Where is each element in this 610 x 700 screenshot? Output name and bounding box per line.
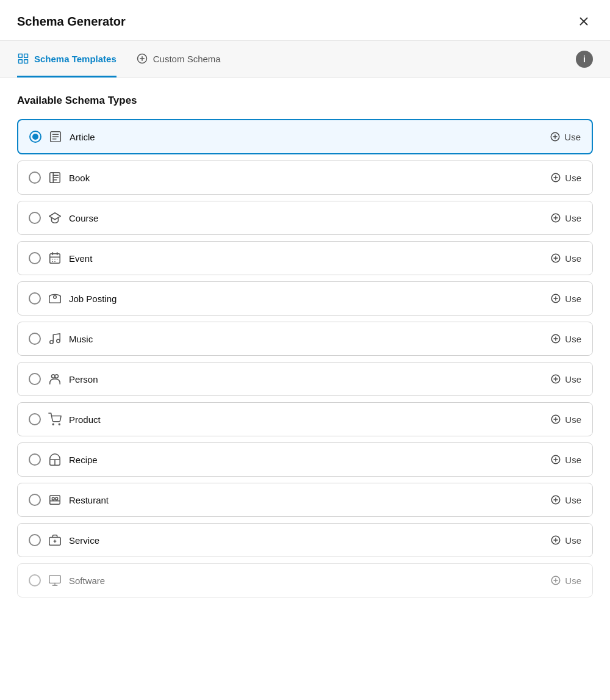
- svg-point-43: [57, 339, 60, 343]
- tab-schema-templates-label: Schema Templates: [34, 54, 117, 64]
- schema-item-job-posting[interactable]: Job Posting Use: [17, 281, 593, 316]
- course-use-button[interactable]: Use: [550, 212, 581, 223]
- schema-templates-icon: [17, 52, 29, 65]
- radio-service: [29, 534, 41, 546]
- svg-point-52: [52, 424, 54, 425]
- service-icon: [48, 533, 62, 547]
- software-icon: [48, 574, 62, 587]
- close-button[interactable]: [575, 12, 593, 31]
- svg-rect-61: [50, 496, 60, 505]
- radio-software: [29, 574, 41, 586]
- software-label: Software: [69, 576, 105, 586]
- book-label: Book: [69, 173, 90, 183]
- tab-custom-schema[interactable]: Custom Schema: [136, 41, 221, 78]
- resturant-icon: [48, 493, 62, 507]
- schema-item-music[interactable]: Music Use: [17, 322, 593, 356]
- svg-rect-63: [56, 497, 58, 500]
- article-label: Article: [70, 132, 95, 142]
- radio-person: [29, 373, 41, 385]
- svg-rect-3: [24, 54, 28, 58]
- person-icon: [48, 372, 62, 386]
- tab-custom-schema-label: Custom Schema: [153, 54, 221, 64]
- custom-schema-icon: [136, 52, 148, 65]
- svg-rect-2: [19, 54, 23, 58]
- modal-header: Schema Generator: [0, 0, 610, 41]
- resturant-label: Resturant: [69, 495, 109, 505]
- product-label: Product: [69, 414, 101, 425]
- book-use-button[interactable]: Use: [550, 172, 581, 183]
- person-use-button[interactable]: Use: [550, 373, 581, 384]
- schema-item-resturant[interactable]: Resturant Use: [17, 483, 593, 517]
- schema-item-product[interactable]: Product Use: [17, 402, 593, 436]
- job-posting-icon: [48, 292, 62, 305]
- tabs-bar: Schema Templates Custom Schema i: [0, 41, 610, 78]
- svg-rect-4: [19, 60, 23, 63]
- radio-recipe: [29, 453, 41, 466]
- schema-item-software[interactable]: Software Use: [17, 563, 593, 597]
- svg-rect-74: [49, 576, 60, 583]
- schema-item-person[interactable]: Person Use: [17, 362, 593, 396]
- music-label: Music: [69, 334, 93, 344]
- music-icon: [48, 332, 62, 345]
- article-icon: [49, 130, 62, 143]
- info-button[interactable]: i: [576, 51, 593, 68]
- tab-schema-templates[interactable]: Schema Templates: [17, 41, 117, 78]
- event-label: Event: [69, 253, 92, 264]
- job-posting-label: Job Posting: [69, 294, 117, 304]
- recipe-use-button[interactable]: Use: [550, 454, 581, 465]
- svg-point-42: [50, 341, 54, 344]
- svg-point-47: [52, 375, 56, 378]
- svg-point-53: [59, 424, 60, 425]
- radio-course: [29, 212, 41, 224]
- schema-item-course[interactable]: Course Use: [17, 201, 593, 235]
- course-icon: [48, 211, 62, 225]
- service-use-button[interactable]: Use: [550, 535, 581, 546]
- book-icon: [48, 171, 62, 184]
- svg-rect-5: [24, 60, 28, 63]
- radio-job-posting: [29, 292, 41, 305]
- modal-title: Schema Generator: [17, 15, 126, 29]
- radio-music: [29, 333, 41, 345]
- person-label: Person: [69, 374, 98, 384]
- radio-book: [29, 171, 41, 184]
- music-use-button[interactable]: Use: [550, 333, 581, 344]
- event-icon: [48, 251, 62, 265]
- software-use-button[interactable]: Use: [550, 575, 581, 586]
- event-use-button[interactable]: Use: [550, 253, 581, 264]
- article-use-button[interactable]: Use: [550, 131, 581, 142]
- service-label: Service: [69, 535, 99, 546]
- modal-content: Available Schema Types Article: [0, 78, 610, 597]
- section-title: Available Schema Types: [17, 95, 593, 107]
- recipe-icon: [48, 453, 62, 466]
- resturant-use-button[interactable]: Use: [550, 494, 581, 505]
- schema-item-article[interactable]: Article Use: [17, 119, 593, 154]
- radio-resturant: [29, 494, 41, 506]
- schema-item-service[interactable]: Service Use: [17, 523, 593, 557]
- schema-item-recipe[interactable]: Recipe Use: [17, 442, 593, 477]
- job-posting-use-button[interactable]: Use: [550, 293, 581, 304]
- product-icon: [48, 413, 62, 426]
- radio-article: [29, 131, 41, 143]
- schema-generator-modal: Schema Generator Schema Templates: [0, 0, 610, 597]
- radio-event: [29, 252, 41, 264]
- recipe-label: Recipe: [69, 455, 98, 465]
- schema-list: Article Use: [17, 119, 593, 597]
- schema-item-book[interactable]: Book Use: [17, 161, 593, 195]
- product-use-button[interactable]: Use: [550, 414, 581, 425]
- radio-product: [29, 413, 41, 425]
- schema-item-event[interactable]: Event Use: [17, 241, 593, 275]
- svg-rect-62: [52, 497, 54, 500]
- course-label: Course: [69, 213, 98, 223]
- svg-point-48: [55, 375, 59, 378]
